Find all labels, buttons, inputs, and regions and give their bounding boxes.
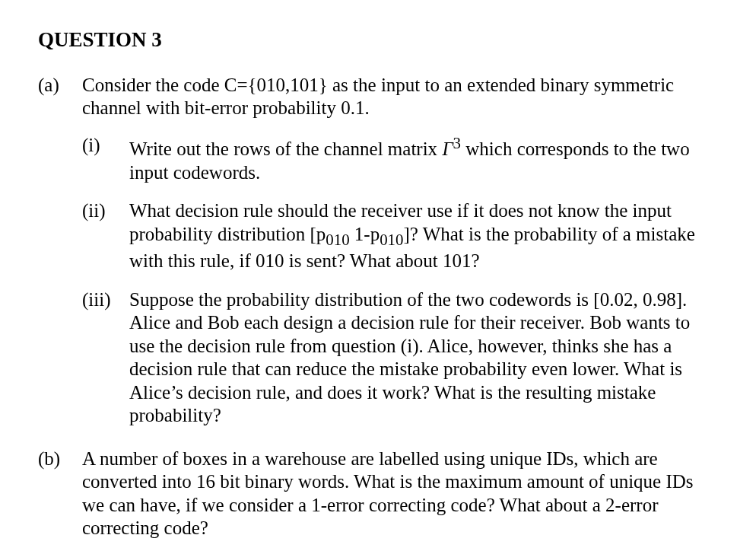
text-fragment: Write out the rows of the channel matrix — [129, 139, 442, 159]
gamma-symbol: Γ — [442, 139, 453, 159]
part-a-stem: Consider the code C={010,101} as the inp… — [82, 74, 718, 120]
question-page: QUESTION 3 (a) Consider the code C={010,… — [0, 0, 756, 551]
part-b-label: (b) — [38, 447, 82, 540]
subscript: 010 — [380, 231, 403, 249]
part-a-body: Consider the code C={010,101} as the inp… — [82, 74, 718, 443]
part-a-label: (a) — [38, 74, 82, 443]
part-a-iii: (iii) Suppose the probability distributi… — [82, 288, 718, 428]
text-fragment: 1-p — [350, 224, 380, 244]
part-a-i: (i) Write out the rows of the channel ma… — [82, 134, 718, 184]
question-heading: QUESTION 3 — [38, 27, 718, 53]
part-a-iii-text: Suppose the probability distribution of … — [129, 288, 718, 428]
part-a: (a) Consider the code C={010,101} as the… — [38, 74, 718, 443]
part-a-iii-label: (iii) — [82, 288, 129, 428]
part-a-ii-label: (ii) — [82, 199, 129, 272]
part-b-text: A number of boxes in a warehouse are lab… — [82, 447, 718, 540]
part-a-ii: (ii) What decision rule should the recei… — [82, 199, 718, 272]
part-a-i-label: (i) — [82, 134, 129, 184]
subscript: 010 — [326, 231, 349, 249]
part-b: (b) A number of boxes in a warehouse are… — [38, 447, 718, 540]
gamma-exponent: 3 — [453, 134, 461, 152]
part-a-i-text: Write out the rows of the channel matrix… — [129, 134, 718, 184]
part-a-ii-text: What decision rule should the receiver u… — [129, 199, 718, 272]
